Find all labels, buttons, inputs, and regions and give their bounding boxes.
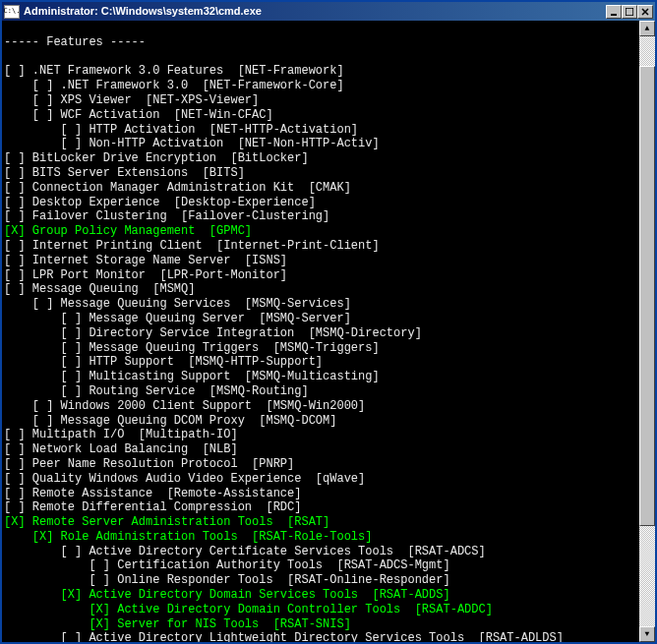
feature-line: [ ] Multipath I/O [Multipath-IO] (4, 428, 639, 442)
terminal-content: ----- Features ----- [ ] .NET Framework … (2, 21, 639, 644)
feature-line: [ ] XPS Viewer [NET-XPS-Viewer] (4, 93, 639, 108)
close-button[interactable] (637, 5, 653, 19)
feature-line: [ ] Online Responder Tools [RSAT-Online-… (4, 573, 639, 588)
scroll-thumb[interactable] (639, 66, 655, 526)
minimize-button[interactable] (606, 5, 622, 19)
feature-line: [ ] Remote Differential Compression [RDC… (4, 500, 639, 515)
svg-rect-0 (611, 14, 617, 16)
feature-line: [ ] Remote Assistance [Remote-Assistance… (4, 487, 639, 501)
feature-line: [ ] Message Queuing Triggers [MSMQ-Trigg… (4, 341, 639, 356)
feature-line: [ ] Multicasting Support [MSMQ-Multicast… (4, 370, 639, 384)
feature-line: [ ] Directory Service Integration [MSMQ-… (4, 326, 639, 341)
feature-line: [ ] Internet Storage Name Server [ISNS] (4, 254, 639, 268)
feature-line: [ ] BITS Server Extensions [BITS] (4, 166, 639, 181)
scroll-track[interactable] (639, 36, 655, 626)
feature-line: [ ] Failover Clustering [Failover-Cluste… (4, 209, 639, 224)
feature-line: [ ] WCF Activation [NET-Win-CFAC] (4, 108, 639, 123)
feature-line: [ ] Routing Service [MSMQ-Routing] (4, 384, 639, 399)
feature-line: [ ] Windows 2000 Client Support [MSMQ-Wi… (4, 399, 639, 414)
window-title: Administrator: C:\Windows\system32\cmd.e… (24, 4, 606, 19)
feature-line: [ ] Active Directory Certificate Service… (4, 545, 639, 559)
feature-line: [ ] Non-HTTP Activation [NET-Non-HTTP-Ac… (4, 137, 639, 151)
cmd-icon: C:\. (4, 5, 20, 19)
scrollbar[interactable]: ▲ ▼ (639, 21, 655, 642)
feature-line: [ ] Internet Printing Client [Internet-P… (4, 239, 639, 254)
maximize-button[interactable] (622, 5, 637, 19)
terminal: ----- Features ----- [ ] .NET Framework … (2, 21, 655, 642)
feature-line: [ ] Desktop Experience [Desktop-Experien… (4, 196, 639, 210)
feature-line: [ ] Message Queuing Server [MSMQ-Server] (4, 312, 639, 326)
feature-line: [ ] .NET Framework 3.0 [NET-Framework-Co… (4, 79, 639, 93)
feature-line: [ ] Certification Authority Tools [RSAT-… (4, 558, 639, 573)
feature-line: [ ] HTTP Support [MSMQ-HTTP-Support] (4, 355, 639, 370)
scroll-down-button[interactable]: ▼ (639, 626, 655, 642)
feature-line: [X] Server for NIS Tools [RSAT-SNIS] (4, 617, 639, 632)
section-header: ----- Features ----- (4, 35, 639, 50)
feature-line: [ ] Peer Name Resolution Protocol [PNRP] (4, 457, 639, 472)
feature-line: [ ] Connection Manager Administration Ki… (4, 181, 639, 196)
feature-line: [ ] Active Directory Lightweight Directo… (4, 631, 639, 644)
feature-line: [ ] HTTP Activation [NET-HTTP-Activation… (4, 123, 639, 138)
feature-line: [ ] Message Queuing DCOM Proxy [MSMQ-DCO… (4, 414, 639, 429)
titlebar[interactable]: C:\. Administrator: C:\Windows\system32\… (2, 2, 655, 21)
feature-line: [ ] Quality Windows Audio Video Experien… (4, 472, 639, 487)
feature-line: [ ] Message Queuing Services [MSMQ-Servi… (4, 297, 639, 312)
feature-line: [X] Role Administration Tools [RSAT-Role… (4, 530, 639, 545)
feature-line: [X] Active Directory Domain Services Too… (4, 588, 639, 603)
feature-line: [X] Group Policy Management [GPMC] (4, 224, 639, 239)
svg-rect-1 (626, 8, 633, 16)
feature-line: [ ] .NET Framework 3.0 Features [NET-Fra… (4, 64, 639, 79)
feature-line: [ ] Network Load Balancing [NLB] (4, 442, 639, 457)
feature-line: [ ] LPR Port Monitor [LPR-Port-Monitor] (4, 268, 639, 283)
window-buttons (606, 5, 653, 19)
feature-line: [X] Active Directory Domain Controller T… (4, 603, 639, 617)
feature-line: [ ] BitLocker Drive Encryption [BitLocke… (4, 151, 639, 166)
scroll-up-button[interactable]: ▲ (639, 21, 655, 36)
feature-line: [X] Remote Server Administration Tools [… (4, 515, 639, 530)
feature-line: [ ] Message Queuing [MSMQ] (4, 282, 639, 297)
